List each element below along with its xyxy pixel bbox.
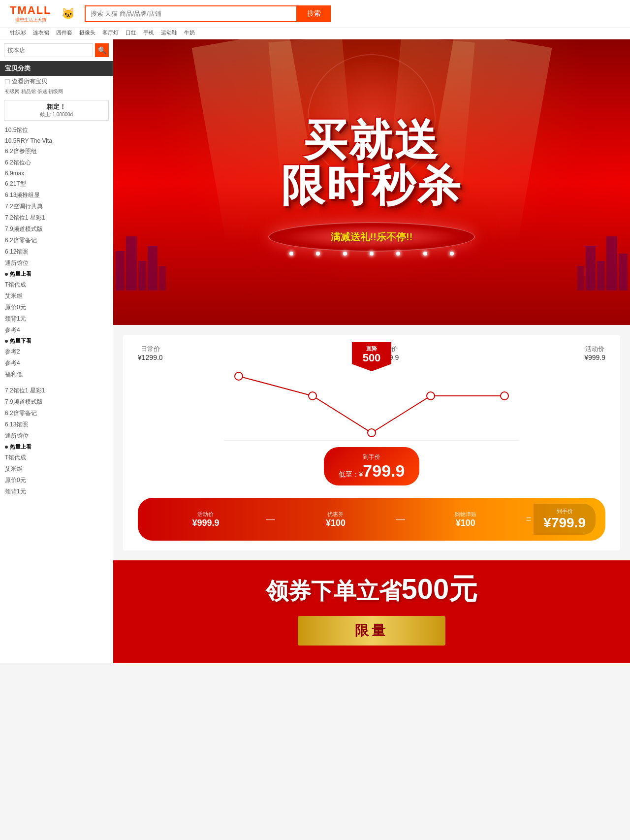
nav-item-0[interactable]: 针织衫 [10,29,26,36]
sidebar-sub3-2[interactable]: 原价0元 [0,475,113,486]
banner-subtitle: 满减送礼!!乐不停!! [331,230,413,244]
sidebar-sub2-2[interactable]: 福利低 [0,369,113,380]
sidebar-checkbox [5,79,10,84]
nav-item-7[interactable]: 运动鞋 [161,29,177,36]
sidebar-sub1-0[interactable]: T馆代成 [0,279,113,291]
formula-final-value: ¥799.9 [543,515,586,531]
stage-light-7 [450,252,454,256]
drop-badge: 直降 500 [352,342,391,371]
right-content: 买就送 限时秒杀 满减送礼!!乐不停!! [113,39,630,663]
sidebar-item-g3-1[interactable]: 7.9频道模式版 [0,396,113,408]
final-price-value: 799.9 [363,461,405,480]
price-labels-row: 日常价 ¥1299.0 活动价 ¥999.9 直降 500 [138,345,605,361]
sidebar-item-g1-7[interactable]: 7.2空调行共典 [0,201,113,212]
final-price-label: 到手价 [363,453,380,460]
activity-price-label2: 活动价 ¥999.9 [584,345,605,361]
price-section: 日常价 ¥1299.0 活动价 ¥999.9 直降 500 [113,325,630,560]
building-l3 [138,261,146,291]
sidebar-search: 🔍 [0,39,113,61]
sidebar-sub1-1[interactable]: 艾米维 [0,291,113,302]
stage-light-1 [289,252,293,256]
formula-final-number: 799.9 [551,515,586,530]
chart-dot-2 [309,392,316,400]
formula-item2-label: 优惠券 [278,511,394,518]
chart-dot-5 [501,392,508,400]
banner-area: 买就送 限时秒杀 满减送礼!!乐不停!! [113,39,630,325]
coupon-title-text: 领券下单立省 [266,578,402,604]
nav-item-4[interactable]: 客厅灯 [102,29,119,36]
stage-light-3 [343,252,347,256]
formula-item1: 活动价 ¥999.9 [148,511,264,528]
formula-item3-label: 购物津贴 [408,511,524,518]
sidebar-sub2-1[interactable]: 参考4 [0,357,113,369]
formula-item3-value: ¥100 [408,518,524,528]
banner-stage-oval: 满减送礼!!乐不停!! [268,222,475,252]
sidebar-item-g2-0[interactable]: 6.2倍零备记 [0,235,113,246]
formula-item2: 优惠券 ¥100 [278,511,394,528]
sidebar-item-g3-4[interactable]: 通所馆位 [0,430,113,442]
sidebar-sub1-2[interactable]: 原价0元 [0,302,113,313]
sidebar-sub1-4[interactable]: 参考4 [0,324,113,336]
search-input[interactable] [85,5,297,22]
sidebar-item-g3-2[interactable]: 6.2倍零备记 [0,408,113,419]
sidebar-item-g2-2[interactable]: 通所馆位 [0,258,113,269]
sidebar-sub3-3[interactable]: 颈背1元 [0,486,113,497]
banner-title-line2: 限时秒杀 [281,164,462,207]
sidebar-item-g1-4[interactable]: 6.9max [0,168,113,178]
sidebar-item-g1-6[interactable]: 6.13频推组显 [0,190,113,201]
sidebar-item-g1-3[interactable]: 6.2馆位心 [0,157,113,168]
page-wrapper: TMALL 理想生活上天猫 🐱 搜索 针织衫 连衣裙 四件套 摄像头 客厅灯 口… [0,0,630,840]
formula-sep1: — [264,514,278,524]
sidebar-item-g1-1[interactable]: 10.5RRY The Vita [0,136,113,146]
sidebar-filters: 初级网 精品馆 倍速 初级网 [0,87,113,96]
chart-dot-3 [368,429,376,437]
final-price-sublabel: 低至：¥ [339,470,363,478]
price-chart-svg [138,361,605,450]
nav-item-6[interactable]: 手机 [143,29,154,36]
search-bar: 搜索 [85,5,331,22]
building-r4 [606,236,617,291]
coupon-button[interactable]: 限量 [298,616,445,646]
sidebar-item-g3-0[interactable]: 7.2馆位1 星彩1 [0,385,113,396]
drop-value: 500 [359,353,384,363]
tmall-cat-icon: 🐱 [62,7,75,20]
sidebar-sub1-3[interactable]: 颈背1元 [0,313,113,324]
sidebar-item-g1-9[interactable]: 7.9频道模式版 [0,224,113,235]
sidebar-item-g1-5[interactable]: 6.21T型 [0,178,113,190]
sidebar-item-g1-2[interactable]: 6.2倍参照组 [0,146,113,157]
sidebar-item-g1-0[interactable]: 10.5馆位 [0,125,113,136]
building-r2 [586,246,596,291]
banner-stage: 满减送礼!!乐不停!! [268,222,475,256]
banner-main-text: 买就送 限时秒杀 [271,109,472,217]
nav-item-5[interactable]: 口红 [126,29,136,36]
sidebar-section2-label: 热量下看 [10,337,32,345]
building-r1 [577,266,584,291]
sidebar-sub3-0[interactable]: T馆代成 [0,452,113,463]
nav-item-1[interactable]: 连衣裙 [33,29,49,36]
formula-item1-value: ¥999.9 [148,518,264,528]
sidebar-item-g3-3[interactable]: 6.13馆照 [0,419,113,430]
section-dot-2 [5,340,8,343]
sidebar-search-input[interactable] [4,43,93,57]
sidebar: 🔍 宝贝分类 查看所有宝贝 初级网 精品馆 倍速 初级网 粗定！ 截止: 1,0… [0,39,113,663]
sidebar-sub3-1[interactable]: 艾米维 [0,463,113,475]
sidebar-search-button[interactable]: 🔍 [95,43,109,57]
stage-light-2 [316,252,320,256]
building-l1 [116,251,125,291]
building-l5 [159,266,166,291]
sidebar-item-g2-1[interactable]: 6.12馆照 [0,246,113,258]
section-dot-3 [5,446,8,449]
sidebar-item-g1-8[interactable]: 7.2馆位1 星彩1 [0,212,113,224]
price-chart-area: 日常价 ¥1299.0 活动价 ¥999.9 直降 500 [123,335,620,550]
nav-item-2[interactable]: 四件套 [56,29,72,36]
final-price-badge: 到手价 低至：¥799.9 [324,447,420,485]
nav-item-8[interactable]: 牛奶 [184,29,195,36]
formula-final-label: 到手价 [543,508,586,515]
nav-item-3[interactable]: 摄像头 [79,29,95,36]
formula-item2-value: ¥100 [278,518,394,528]
sidebar-promo-sub: 截止: 1,00000d [6,111,106,118]
sidebar-section3-label: 热量上看 [10,443,32,451]
sidebar-sub2-0[interactable]: 参考2 [0,346,113,357]
search-button[interactable]: 搜索 [297,5,331,22]
sidebar-item-top[interactable]: 查看所有宝贝 [0,76,113,87]
